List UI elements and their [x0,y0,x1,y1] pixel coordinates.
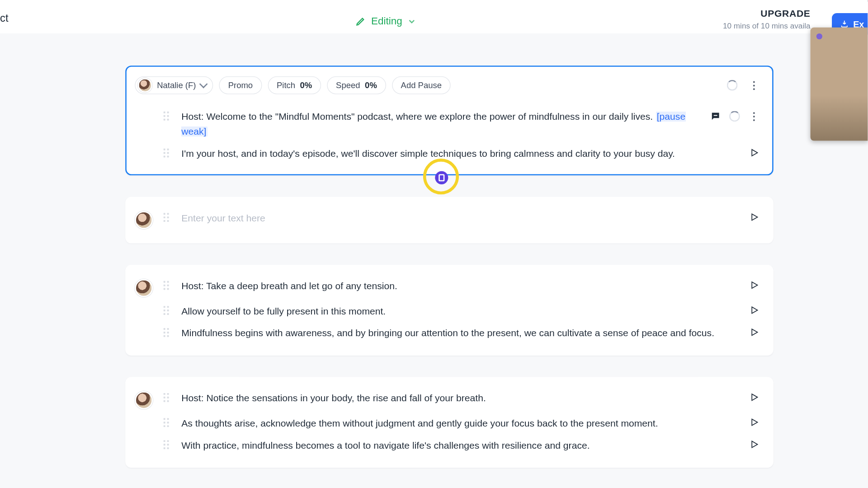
drag-handle-icon[interactable] [164,440,171,449]
pitch-label: Pitch [277,80,295,90]
script-block: Host: Notice the sensations in your body… [125,377,774,467]
play-icon[interactable] [750,393,759,402]
voice-name: Natalie (F) [157,80,196,90]
script-line[interactable]: Host: Take a deep breath and let go of a… [135,276,759,300]
script-line[interactable]: Host: Notice the sensations in your body… [135,388,759,413]
header: ct Editing UPGRADE 10 mins of 10 mins av… [0,0,868,33]
chevron-down-icon [408,18,415,25]
script-line[interactable]: Enter your text here [135,208,759,233]
script-line[interactable]: Mindfulness begins with awareness, and b… [135,323,759,345]
play-icon[interactable] [750,281,759,290]
promo-button[interactable]: Promo [219,76,262,94]
drag-handle-icon[interactable] [164,112,171,121]
speed-button[interactable]: Speed 0% [327,76,386,94]
loading-spinner-icon [727,80,738,91]
promo-label: Promo [228,80,253,90]
drag-handle-icon[interactable] [164,393,171,402]
line-placeholder[interactable]: Enter your text here [181,211,750,226]
avatar-icon [135,279,153,297]
script-block: Host: Take a deep breath and let go of a… [125,265,774,356]
drag-handle-icon[interactable] [164,213,171,222]
drag-handle-icon[interactable] [164,148,171,157]
script-line[interactable]: As thoughts arise, acknowledge them with… [135,413,759,435]
drag-handle-icon[interactable] [164,306,171,315]
speed-value: 0% [365,80,377,90]
avatar-icon [135,391,153,409]
drag-handle-icon[interactable] [164,328,171,337]
script-block: Natalie (F) Promo Pitch 0% Speed 0% Add … [125,66,774,175]
add-pause-button[interactable]: Add Pause [392,76,451,94]
edit-icon [356,17,365,26]
upgrade-link[interactable]: UPGRADE [723,8,811,19]
chevron-down-icon [199,80,208,89]
play-icon[interactable] [750,418,759,427]
header-right: UPGRADE 10 mins of 10 mins availa [723,8,811,30]
line-text[interactable]: With practice, mindfulness becomes a too… [181,438,750,453]
script-line[interactable]: Host: Welcome to the "Mindful Moments" p… [135,106,759,143]
title-fragment: ct [0,12,9,24]
line-text[interactable]: Allow yourself to be fully present in th… [181,305,750,319]
line-text[interactable]: Host: Welcome to the "Mindful Moments" p… [181,110,710,139]
play-icon[interactable] [750,440,759,449]
line-text[interactable]: As thoughts arise, acknowledge them with… [181,416,750,431]
block-toolbar: Natalie (F) Promo Pitch 0% Speed 0% Add … [135,76,759,94]
drag-handle-icon[interactable] [164,418,171,427]
loading-spinner-icon [729,111,740,122]
more-menu[interactable] [748,80,759,91]
play-icon[interactable] [750,328,759,337]
script-block: Enter your text here [125,197,774,244]
play-icon[interactable] [750,148,759,157]
line-content: Host: Welcome to the "Mindful Moments" p… [181,112,656,122]
script-line[interactable]: With practice, mindfulness becomes a too… [135,435,759,457]
script-line[interactable]: I'm your host, and in today's episode, w… [135,143,759,165]
mode-selector[interactable]: Editing [356,15,415,27]
pitch-button[interactable]: Pitch 0% [268,76,321,94]
script-line[interactable]: Allow yourself to be fully present in th… [135,301,759,323]
play-icon[interactable] [750,212,759,222]
avatar-icon [138,78,152,93]
thumbnail-indicator-icon [816,33,822,39]
speed-label: Speed [336,80,360,90]
voice-selector[interactable]: Natalie (F) [135,76,213,94]
line-text[interactable]: Host: Notice the sensations in your body… [181,391,750,406]
download-icon [840,20,848,28]
comment-icon[interactable] [710,111,721,122]
drag-handle-icon[interactable] [164,281,171,290]
play-icon[interactable] [750,305,759,315]
pitch-value: 0% [300,80,312,90]
more-menu[interactable] [748,111,759,122]
line-text[interactable]: I'm your host, and in today's episode, w… [181,146,750,161]
mode-label: Editing [371,15,402,27]
video-thumbnail[interactable] [811,28,868,141]
line-text[interactable]: Host: Take a deep breath and let go of a… [181,279,750,294]
add-pause-label: Add Pause [401,80,442,90]
quota-text: 10 mins of 10 mins availa [723,22,811,31]
line-text[interactable]: Mindfulness begins with awareness, and b… [181,326,750,341]
avatar-icon [135,211,153,230]
